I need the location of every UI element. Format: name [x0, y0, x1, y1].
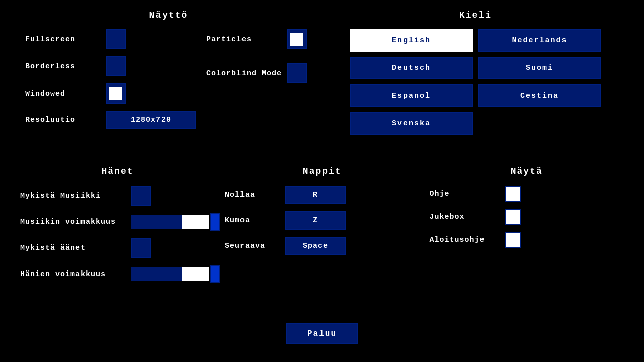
- jukebox-label: Jukebox: [430, 213, 495, 221]
- colorblind-toggle[interactable]: [287, 63, 307, 83]
- seuraava-label: Seuraava: [225, 242, 275, 250]
- lang-english[interactable]: English: [350, 29, 473, 52]
- paluu-button[interactable]: Paluu: [286, 323, 358, 344]
- nayta-row-aloitusohje: Aloitusohje: [430, 232, 629, 248]
- particles-label: Particles: [206, 35, 287, 44]
- nollaa-key[interactable]: R: [285, 186, 346, 204]
- musiikki-voimakkuus-label: Musiikin voimakkuus: [20, 218, 131, 226]
- nayta-row-jukebox: Jukebox: [430, 209, 629, 225]
- naytto-title: Näyttö: [149, 10, 188, 20]
- mykista-musiikki-toggle[interactable]: [131, 186, 151, 206]
- seuraava-key[interactable]: Space: [285, 237, 346, 255]
- aanet-title: Hänet: [101, 166, 133, 176]
- fullscreen-label: Fullscreen: [25, 35, 106, 44]
- aanien-voimakkuus-label: Hänien voimakkuus: [20, 270, 131, 279]
- kumoa-label: Kumoa: [225, 216, 275, 225]
- lang-deutsch[interactable]: Deutsch: [350, 57, 473, 79]
- nappit-title: Nappit: [303, 166, 342, 176]
- nappit-row-nollaa: Nollaa R: [225, 186, 425, 204]
- fullscreen-toggle[interactable]: [106, 29, 126, 49]
- aloitusohje-checkbox[interactable]: [505, 232, 521, 248]
- jukebox-checkbox[interactable]: [505, 209, 521, 225]
- lang-suomi[interactable]: Suomi: [478, 57, 601, 79]
- nappit-row-seuraava: Seuraava Space: [225, 237, 425, 255]
- lang-cestina[interactable]: Cestina: [478, 84, 601, 107]
- mykista-musiikki-label: Mykistä Musiikki: [20, 192, 131, 200]
- nayta-row-ohje: Ohje: [430, 186, 629, 202]
- nollaa-label: Nollaa: [225, 191, 275, 199]
- language-grid: English Nederlands Deutsch Suomi Espanol…: [350, 29, 601, 135]
- nayta-title: Näytä: [511, 166, 543, 176]
- mykista-aanet-label: Mykistä äänet: [20, 244, 131, 252]
- kieli-title: Kieli: [459, 10, 492, 20]
- nappit-row-kumoa: Kumoa Z: [225, 211, 425, 230]
- resoluutio-label: Resoluutio: [25, 116, 106, 124]
- colorblind-label: Colorblind Mode: [206, 69, 287, 78]
- borderless-label: Borderless: [25, 62, 106, 71]
- kumoa-key[interactable]: Z: [285, 211, 346, 230]
- aanien-slider-handle[interactable]: [210, 265, 220, 283]
- ohje-label: Ohje: [430, 190, 495, 198]
- mykista-aanet-toggle[interactable]: [131, 238, 151, 258]
- resolution-button[interactable]: 644x362: [106, 111, 196, 129]
- windowed-label: Windowed: [25, 89, 106, 98]
- borderless-toggle[interactable]: [106, 56, 126, 76]
- windowed-toggle[interactable]: [106, 83, 126, 104]
- aanien-slider-track: [131, 267, 209, 281]
- lang-nederlands[interactable]: Nederlands: [478, 29, 601, 52]
- aloitusohje-label: Aloitusohje: [430, 236, 495, 244]
- lang-espanol[interactable]: Espanol: [350, 84, 473, 107]
- particles-toggle[interactable]: [287, 29, 307, 49]
- ohje-checkbox[interactable]: [505, 186, 521, 202]
- musiikki-slider-handle[interactable]: [210, 213, 220, 231]
- musiikki-slider-track: [131, 215, 209, 229]
- lang-svenska[interactable]: Svenska: [350, 112, 473, 135]
